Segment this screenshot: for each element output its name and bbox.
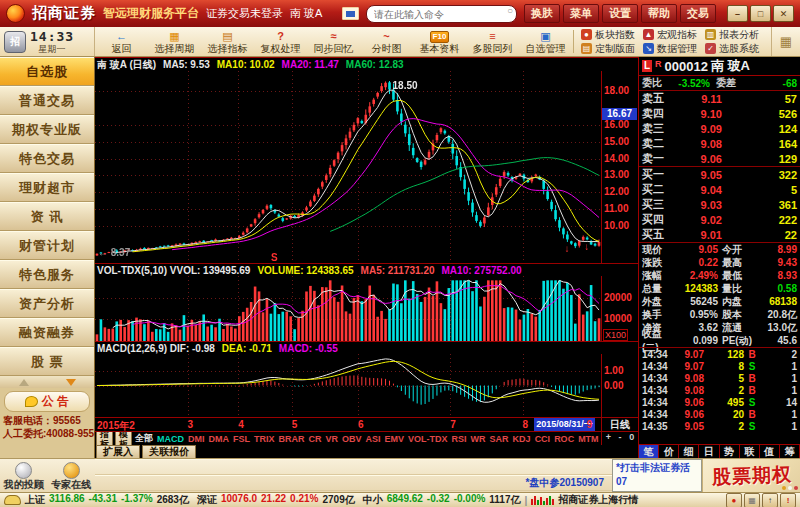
sidebar-item-0[interactable]: 自选股 — [0, 57, 94, 86]
notice-link-1[interactable]: *打击非法证券活 — [616, 461, 698, 475]
title-bar: 招商证券 智远理财服务平台 证券交易未登录 南 玻A ○ 换肤菜单设置帮助交易 … — [0, 0, 800, 27]
stock-options-promo[interactable]: 股票期权 — [702, 459, 800, 492]
sidebar-scroll-arrows — [0, 376, 94, 388]
sidebar-item-6[interactable]: 财管计划 — [0, 231, 94, 260]
weekday-label: 星期一 — [30, 44, 74, 54]
extension-tab-0[interactable]: 扩展入 — [96, 445, 140, 458]
sidebar-item-7[interactable]: 特色服务 — [0, 260, 94, 289]
quote-tab-势[interactable]: 势 — [720, 445, 740, 458]
toolbar-select-indicator-button[interactable]: ▤选择指标 — [201, 27, 254, 56]
toolbar-f10-info-button[interactable]: F10基本资料 — [413, 27, 466, 56]
volume-axis: 2000010000X100 — [601, 276, 638, 341]
indicator-tab-DMI[interactable]: DMI — [186, 434, 207, 444]
titlebar-button-0[interactable]: 换肤 — [524, 4, 560, 23]
indicator-tab-BRAR[interactable]: BRAR — [277, 434, 307, 444]
chart-zoom-0[interactable]: 0 — [629, 432, 634, 442]
indicator-tab-CCI[interactable]: CCI — [533, 434, 553, 444]
period-box[interactable]: 日线 — [602, 418, 638, 431]
sidebar-item-2[interactable]: 期权专业版 — [0, 115, 94, 144]
price-axis-label: 15.00 — [604, 137, 629, 147]
sidebar-item-9[interactable]: 融资融券 — [0, 318, 94, 347]
sidebar-item-10[interactable]: 股 票 — [0, 347, 94, 376]
titlebar-button-1[interactable]: 菜单 — [563, 4, 599, 23]
warning-icon[interactable]: ! — [780, 493, 796, 507]
indicator-tab-CR[interactable]: CR — [307, 434, 324, 444]
indicator-panel-button-0[interactable]: 指标 — [96, 431, 113, 445]
quote-tab-联[interactable]: 联 — [740, 445, 760, 458]
quote-tab-价[interactable]: 价 — [659, 445, 679, 458]
indicator-tab-WR[interactable]: WR — [469, 434, 488, 444]
toolbar-intraday-chart-button[interactable]: ~分时图 — [360, 27, 413, 56]
alert-icon[interactable]: ● — [726, 493, 742, 507]
grid-cursor-icon[interactable]: ▦ — [771, 27, 800, 56]
index-segment-中小: 中小6849.62-0.32-0.00%1117亿 — [363, 493, 521, 507]
toolbar-report-analysis-button[interactable]: ▥报表分析 — [705, 28, 759, 42]
announcement-button[interactable]: 公 告 — [4, 391, 90, 412]
toolbar-multi-stock-button[interactable]: ≡多股同列 — [466, 27, 519, 56]
maximize-button[interactable]: □ — [750, 5, 771, 22]
indicator-tab-DMA[interactable]: DMA — [207, 434, 232, 444]
platform-subtitle: 智远理财服务平台 — [103, 5, 199, 22]
notice-link-2[interactable]: 07 — [616, 475, 698, 489]
indicator-tab-EMV[interactable]: EMV — [383, 434, 407, 444]
toolbar-custom-layout-button[interactable]: ▤定制版面 — [581, 42, 635, 56]
panel-icon[interactable]: ▦ — [744, 493, 760, 507]
toolbar-watchlist-manage-button[interactable]: ▣自选管理 — [519, 27, 572, 56]
chart-zoom-+[interactable]: + — [606, 432, 611, 442]
toolbar-sector-index-button[interactable]: ●板块指数 — [581, 28, 635, 42]
indicator-tab-MTM[interactable]: MTM — [576, 434, 601, 444]
indicator-tab-VOL-TDX[interactable]: VOL-TDX — [406, 434, 450, 444]
quote-tab-细[interactable]: 细 — [679, 445, 699, 458]
minimize-button[interactable]: – — [727, 5, 748, 22]
macd-chart-canvas[interactable] — [95, 354, 601, 417]
command-input[interactable] — [366, 5, 517, 23]
watchlist-manage-icon: ▣ — [540, 29, 550, 43]
sidebar-item-4[interactable]: 理财超市 — [0, 173, 94, 202]
toolbar-data-manage-button[interactable]: ↘数据管理 — [643, 42, 697, 56]
toolbar-adjust-rights-button[interactable]: ?复权处理 — [254, 27, 307, 56]
weibi-value: -3.52% — [668, 78, 710, 89]
quote-tab-日[interactable]: 日 — [699, 445, 719, 458]
indicator-tab-OBV[interactable]: OBV — [340, 434, 364, 444]
scroll-down-icon[interactable] — [66, 379, 76, 386]
indicator-tab-SAR[interactable]: SAR — [488, 434, 511, 444]
sidebar-item-5[interactable]: 资 讯 — [0, 202, 94, 231]
volume-chart-canvas[interactable] — [95, 276, 601, 341]
quote-tab-值[interactable]: 值 — [760, 445, 780, 458]
quote-tab-筹[interactable]: 筹 — [780, 445, 800, 458]
indicator-all[interactable]: 全部 — [133, 432, 155, 445]
titlebar-button-2[interactable]: 设置 — [602, 4, 638, 23]
indicator-tab-VR[interactable]: VR — [324, 434, 341, 444]
indicator-tab-TRIX[interactable]: TRIX — [252, 434, 277, 444]
indicator-tab-RSI[interactable]: RSI — [450, 434, 469, 444]
sidebar-item-8[interactable]: 资产分析 — [0, 289, 94, 318]
quote-tab-笔[interactable]: 笔 — [639, 445, 659, 458]
candlestick-chart-canvas[interactable] — [95, 71, 601, 263]
indicator-tab-ROC[interactable]: ROC — [552, 434, 576, 444]
sidebar-item-3[interactable]: 特色交易 — [0, 144, 94, 173]
toolbar-back-button[interactable]: ←返回 — [95, 27, 148, 56]
toolbar-stock-picker-button[interactable]: ✓选股系统 — [705, 42, 759, 56]
expert-online-button[interactable]: 专家在线 — [51, 462, 91, 490]
toolbar-sync-recall-button[interactable]: ≈同步回忆 — [307, 27, 360, 56]
indicator-tab-ASI[interactable]: ASI — [364, 434, 383, 444]
indicator-tab-MACD[interactable]: MACD — [155, 434, 186, 444]
indicator-panel-button-1[interactable]: 模板 — [115, 431, 132, 445]
extension-tab-1[interactable]: 关联报价 — [142, 445, 196, 458]
my-advisor-button[interactable]: 我的投顾 — [4, 462, 44, 490]
sidebar-item-1[interactable]: 普通交易 — [0, 86, 94, 115]
stock-name: 南 玻A — [711, 57, 750, 75]
ask-row: 卖二9.08164 — [639, 136, 800, 151]
indicator-tab-KDJ[interactable]: KDJ — [511, 434, 533, 444]
indicator-tab-FSL[interactable]: FSL — [231, 434, 252, 444]
close-button[interactable]: ✕ — [773, 5, 794, 22]
toolbar-macro-indicator-button[interactable]: ▲宏观指标 — [643, 28, 697, 42]
market-note-link[interactable]: *盘中参20150907 — [526, 476, 604, 490]
scroll-up-icon[interactable] — [19, 379, 29, 386]
up-icon[interactable]: ↑ — [762, 493, 778, 507]
chart-zoom--[interactable]: - — [619, 432, 622, 442]
titlebar-button-3[interactable]: 帮助 — [641, 4, 677, 23]
toolbar-select-period-button[interactable]: ▦选择周期 — [148, 27, 201, 56]
hat-icon[interactable] — [4, 495, 21, 505]
titlebar-button-4[interactable]: 交易 — [680, 4, 716, 23]
